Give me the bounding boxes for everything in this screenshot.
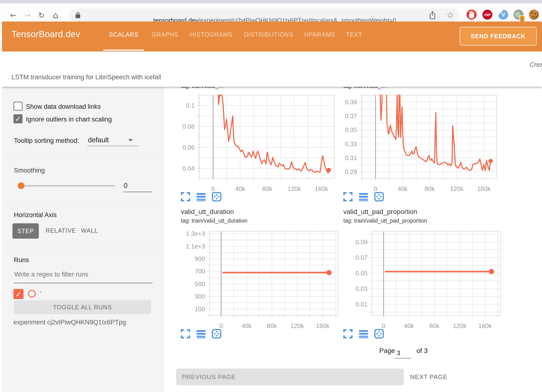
svg-text:0.05: 0.05 (355, 270, 368, 277)
app-logo[interactable]: TensorBoard.dev (12, 29, 80, 39)
abp-extension-icon[interactable]: ABP (482, 10, 492, 20)
svg-text:160k: 160k (478, 322, 492, 329)
svg-text:80k: 80k (425, 185, 435, 192)
experiment-description: LSTM transducer training for LibriSpeech… (12, 74, 161, 81)
cookie-dots (531, 12, 533, 14)
bookmark-star-icon[interactable]: ☆ (447, 10, 454, 20)
divider (2, 158, 163, 158)
tab-text[interactable]: TEXT (346, 31, 362, 38)
cookie-extension-icon[interactable] (529, 10, 539, 20)
svg-text:0.39: 0.39 (345, 98, 357, 106)
fullscreen-icon[interactable] (343, 192, 353, 202)
smoothing-slider-thumb[interactable] (18, 182, 24, 189)
tab-scalars[interactable]: SCALARS (109, 31, 139, 38)
smoothing-value[interactable]: 0 (124, 182, 127, 190)
chart3-title: valid_utt_duration (181, 208, 234, 216)
svg-text:80k: 80k (429, 322, 440, 329)
settings-sidebar: Show data download links ✓ Ignore outlie… (2, 87, 163, 392)
horizontal-axis-label: Horizontal Axis (14, 211, 57, 219)
svg-text:40k: 40k (404, 322, 414, 329)
fit-domain-icon[interactable] (374, 192, 384, 202)
data-list-icon[interactable] (196, 192, 206, 202)
svg-text:80k: 80k (267, 322, 277, 329)
svg-text:120k: 120k (453, 322, 467, 329)
window-left-gutter (0, 14, 2, 392)
chart-plot-4[interactable]: 0.010.030.050.070.09040k80k120k160k (341, 229, 510, 332)
address-bar[interactable]: tensorboard.dev/experiment/cj2vtPiwQHKN9… (69, 9, 460, 22)
next-page-button[interactable]: NEXT PAGE (410, 373, 447, 381)
chevron-down-icon[interactable] (128, 139, 133, 142)
profile-extension-icon[interactable]: 1 (513, 10, 524, 20)
tab-histograms[interactable]: HISTOGRAMS (190, 31, 233, 38)
show-download-checkbox[interactable] (13, 102, 23, 111)
svg-text:0.35: 0.35 (345, 126, 357, 133)
fullscreen-icon[interactable] (180, 192, 190, 202)
run-color-swatch[interactable] (28, 290, 36, 298)
tab-distributions[interactable]: DISTRIBUTIONS (244, 31, 293, 38)
runs-label: Runs (14, 256, 29, 264)
runs-filter-underline (14, 283, 153, 283)
data-list-icon[interactable] (358, 192, 369, 202)
back-icon[interactable]: ← (10, 11, 17, 20)
fit-domain-icon[interactable] (212, 192, 222, 202)
experiment-id-label: experiment cj2vtPiwQHKN9Q1tx6PTpg (13, 319, 126, 326)
smoothing-slider-track[interactable] (18, 185, 115, 186)
svg-text:900: 900 (195, 255, 205, 262)
data-list-icon[interactable] (358, 329, 369, 339)
active-tab-underline (103, 50, 144, 51)
run-checkbox[interactable]: ✓ (13, 289, 23, 299)
tooltip-sorting-label: Tooltip sorting method: (14, 137, 79, 144)
divider (2, 248, 163, 248)
svg-text:0.07: 0.07 (355, 254, 368, 261)
chart-plot-2[interactable]: 0.290.310.330.350.370.39040k80k120k160k (330, 93, 506, 195)
axis-step-button[interactable]: STEP (12, 223, 39, 239)
axis-wall-button[interactable]: WALL (81, 227, 98, 234)
tensorboard-header: TensorBoard.dev SCALARS GRAPHS HISTOGRAM… (2, 22, 542, 52)
profile-badge: 1 (519, 15, 525, 22)
tensorboard-page: ← → ↻ ⌂ tensorboard.dev/experiment/cj2vt… (0, 0, 542, 392)
tab-hparams[interactable]: HPARAMS (304, 31, 335, 38)
chart-plot-3[interactable]: 1003005007009001.1e+31.3e+3040k80k120k16… (178, 229, 347, 332)
home-icon[interactable]: ⌂ (53, 11, 58, 20)
smoothing-value-underline (123, 192, 152, 192)
reload-icon[interactable]: ↻ (38, 11, 45, 20)
tab-graphs[interactable]: GRAPHS (152, 31, 179, 38)
v-extension-icon[interactable]: V (498, 10, 508, 20)
svg-text:0.09: 0.09 (355, 238, 368, 246)
chart4-title: valid_utt_pad_proportion (343, 208, 417, 216)
svg-text:700: 700 (195, 268, 205, 275)
browser-toolbar: ← → ↻ ⌂ tensorboard.dev/experiment/cj2vt… (0, 3, 542, 22)
ignore-outliers-checkbox[interactable]: ✓ (13, 114, 23, 123)
forward-icon[interactable]: → (24, 11, 31, 20)
blocker-hand-icon[interactable] (467, 10, 477, 20)
chart4-tag: tag: train/valid_utt_pad_proportion (343, 218, 427, 224)
runs-filter-input[interactable]: Write a regex to filter runs (14, 271, 88, 278)
smoothing-label: Smoothing (14, 167, 45, 174)
previous-page-button[interactable]: PREVIOUS PAGE (176, 369, 404, 385)
fit-domain-icon[interactable] (212, 329, 222, 339)
data-list-icon[interactable] (196, 329, 206, 339)
page-number-input[interactable]: 3 (397, 349, 400, 357)
created-text-partial: Crea (530, 61, 542, 69)
svg-text:160k: 160k (315, 185, 328, 192)
page-label: Page (379, 347, 395, 355)
send-feedback-button[interactable]: SEND FEEDBACK (460, 27, 537, 46)
svg-text:120k: 120k (288, 185, 301, 192)
fullscreen-icon[interactable] (343, 329, 353, 339)
fullscreen-icon[interactable] (180, 329, 190, 339)
svg-text:80k: 80k (262, 185, 272, 192)
tooltip-sorting-select[interactable]: default (88, 136, 109, 144)
share-icon[interactable] (428, 11, 437, 21)
svg-text:100: 100 (195, 306, 205, 313)
page-of-label: of 3 (416, 347, 428, 355)
fit-domain-icon[interactable] (374, 329, 384, 339)
svg-text:120k: 120k (450, 185, 464, 192)
experiment-subheader: Crea LSTM transducer training for LibriS… (2, 52, 542, 87)
svg-text:0: 0 (382, 322, 385, 329)
svg-text:40k: 40k (398, 185, 408, 192)
axis-relative-button[interactable]: RELATIVE (46, 227, 76, 234)
svg-text:40k: 40k (242, 322, 252, 329)
svg-text:0: 0 (211, 185, 215, 192)
chart-plot-1[interactable]: 0.040.060.080.1040k80k120k160k (168, 93, 344, 195)
toggle-all-runs-button[interactable]: TOGGLE ALL RUNS (14, 300, 151, 314)
